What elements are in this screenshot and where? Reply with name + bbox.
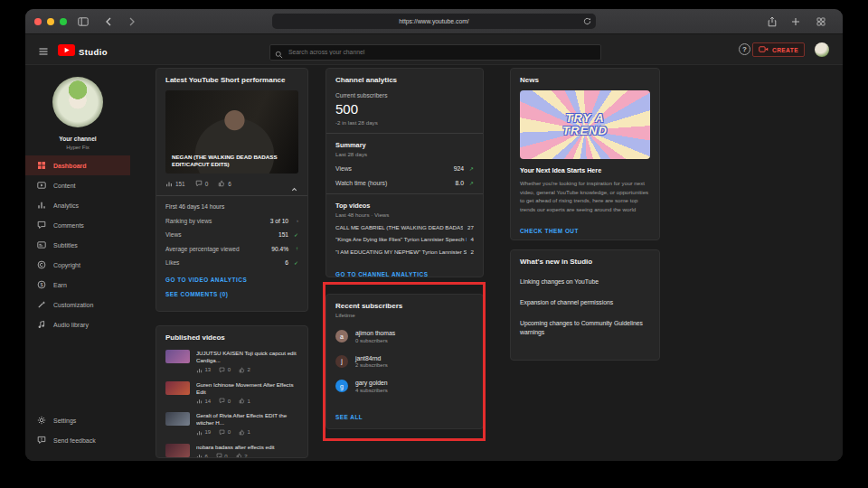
subscriber-row[interactable]: a ajimon thomas 0 subscribers [335,330,474,343]
sidebar-item-comments[interactable]: Comments [25,215,130,235]
detail-chevron-icon: › [288,218,298,223]
summary-period: Last 28 days [335,151,474,157]
see-comments-link[interactable]: SEE COMMENTS (0) [165,291,298,297]
comments-stat: 0 [219,429,231,436]
channel-avatar[interactable] [52,77,103,127]
top-video-row[interactable]: "Kings Are Dying like Flies" Tyrion Lann… [335,236,474,242]
trend-up-icon: ↑ [288,246,298,251]
sidebar-toggle-icon[interactable] [76,14,90,29]
channel-label: Your channel [25,136,130,142]
video-thumbnail [165,444,190,457]
subscriber-avatar: a [335,330,348,343]
go-to-channel-analytics-link[interactable]: GO TO CHANNEL ANALYTICS [335,271,428,277]
create-button[interactable]: CREATE [752,42,805,57]
sidebar-item-label: Copyright [53,262,80,268]
search-icon [275,46,283,62]
account-avatar[interactable] [815,42,829,57]
sidebar-item-label: Earn [53,282,67,288]
top-video-row[interactable]: CALL ME GABRIEL (THE WALKING DEAD BADASS… [335,224,474,230]
search-input[interactable] [269,44,601,61]
dashboard-icon [37,161,46,170]
sidebar-item-label: Audio library [53,322,89,328]
subscriber-count: 500 [335,101,474,117]
help-icon[interactable]: ? [739,43,750,55]
subscriber-row[interactable]: j jant84rnd 2 subscribers [335,355,474,369]
minimize-window-button[interactable] [47,18,54,25]
published-video-row[interactable]: Geralt of Rivia After Effects EDIT the w… [165,412,298,436]
go-to-video-analytics-link[interactable]: GO TO VIDEO ANALYTICS [165,277,298,283]
short-video-thumbnail[interactable]: NEGAN (THE WALKING DEAD BADASS EDIT/CAPC… [165,90,298,174]
comments-stat: 0 [219,367,231,373]
sidebar-item-analytics[interactable]: Analytics [25,195,130,215]
views-stat: 6 [196,453,208,458]
zoom-window-button[interactable] [60,18,67,25]
metric-row: Average percentage viewed 90.4% ↑ [165,246,298,252]
sidebar-item-content[interactable]: Content [25,175,130,195]
summary-row: Views 924 ↗ [335,165,474,172]
check-them-out-link[interactable]: CHECK THEM OUT [520,228,579,234]
comment-icon [195,180,203,188]
browser-window: https://www.youtube.com/ Studio [25,9,843,461]
sidebar-item-label: Dashboard [53,163,87,169]
trend-check-icon: ✓ [288,231,298,238]
close-window-button[interactable] [34,18,42,25]
sidebar-item-earn[interactable]: $ Earn [25,275,130,295]
whats-new-item[interactable]: Expansion of channel permissions [520,298,650,307]
new-tab-icon[interactable] [788,14,803,29]
camcorder-icon [759,45,769,54]
current-subscribers-label: Current subscribers [335,92,474,99]
analytics-icon [37,201,46,210]
sidebar-item-audio-library[interactable]: Audio library [25,314,130,334]
views-stat: 13 [196,367,211,373]
news-card: News TRY A TREND Your Next Idea Starts H… [510,68,660,240]
summary-title: Summary [335,141,474,149]
sidebar-item-customization[interactable]: Customization [25,295,130,314]
likes-stat: 2 [239,367,250,373]
published-video-row[interactable]: nobara badass after effects edit 6 0 2 [165,444,298,458]
studio-logo[interactable]: Studio [58,43,108,60]
video-thumbnail [165,350,190,363]
likes-stat: 6 [218,180,231,188]
short-performance-card: Latest YouTube Short performance NEGAN (… [156,68,308,312]
tab-overview-icon[interactable] [814,14,828,29]
audio-library-icon [37,320,46,329]
customization-icon [37,300,46,309]
sidebar-item-label: Comments [53,222,84,229]
comments-icon [37,221,46,230]
whats-new-item[interactable]: Linking changes on YouTube [520,277,650,286]
sidebar-item-send-feedback[interactable]: Send feedback [25,430,130,450]
forward-button[interactable] [125,14,139,29]
collapse-chevron-icon[interactable] [290,181,298,197]
subtitles-icon [37,240,46,249]
sidebar-item-subtitles[interactable]: Subtitles [25,235,130,255]
performance-period: First 46 days 14 hours [165,203,298,210]
address-bar[interactable]: https://www.youtube.com/ [272,14,596,29]
channel-search [269,42,601,58]
views-stat: 14 [196,398,211,404]
views-stat: 19 [196,429,211,436]
try-a-trend-banner[interactable]: TRY A TREND [520,90,650,159]
menu-icon[interactable] [38,44,49,61]
recent-subscribers-card: Recent subscribers Lifetime a ajimon tho… [326,294,484,429]
content-icon [37,181,46,190]
reload-icon[interactable] [583,17,591,26]
subscribers-period: Lifetime [335,312,474,318]
dashboard-content: Your channel Hyper Fix Dashboard Content… [25,65,843,461]
subscriber-delta: -2 in last 28 days [335,119,474,126]
top-videos-title: Top videos [335,202,474,210]
published-video-row[interactable]: Guren Ichinose Movement After Effects Ed… [165,381,298,405]
sidebar-item-copyright[interactable]: Copyright [25,255,130,275]
share-icon[interactable] [765,14,779,29]
copyright-icon [37,260,46,269]
earn-icon: $ [37,280,46,289]
whats-new-item[interactable]: Upcoming changes to Community Guidelines… [520,319,650,337]
back-button[interactable] [101,14,116,29]
sidebar-item-settings[interactable]: Settings [25,410,130,430]
top-video-row[interactable]: "I AM EDUCATING MY NEPHEW" Tyrion Lannis… [335,249,474,255]
studio-header: Studio ? CREATE [25,34,843,65]
subscriber-row[interactable]: g gary golden 4 subscribers [335,380,474,393]
see-all-link[interactable]: SEE ALL [335,414,363,420]
published-video-row[interactable]: JUJUTSU KAISEN Toji quick capcut edit Ca… [165,350,298,373]
sidebar-item-dashboard[interactable]: Dashboard [25,155,130,175]
trend-up-icon: ↗ [464,180,474,186]
